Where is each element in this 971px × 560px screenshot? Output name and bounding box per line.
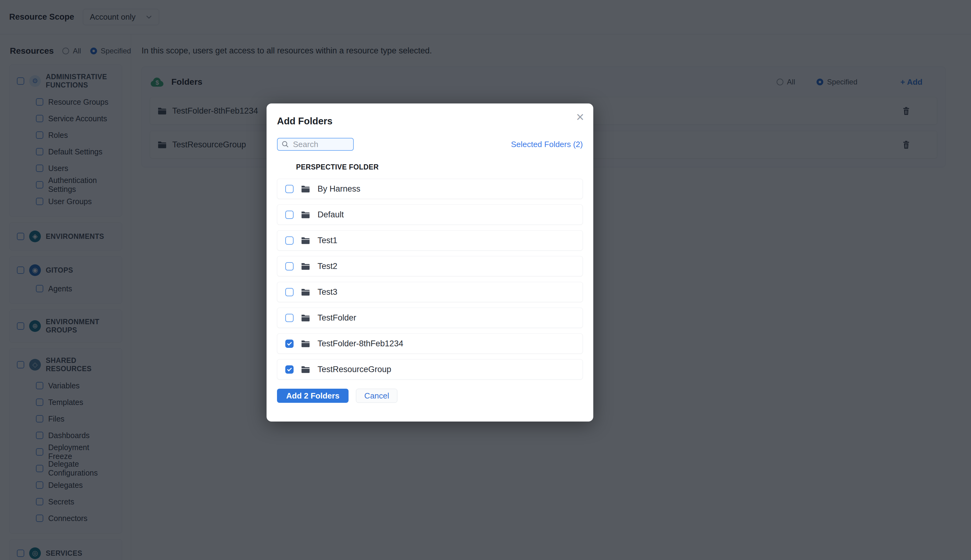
search-input[interactable] — [293, 140, 348, 149]
modal-folder-checkbox[interactable] — [285, 365, 294, 373]
modal-folder-label: Test2 — [317, 262, 337, 271]
close-icon[interactable]: × — [576, 110, 584, 124]
modal-folder-checkbox[interactable] — [285, 262, 294, 270]
modal-folder-label: Default — [317, 210, 344, 220]
folder-icon — [301, 314, 310, 322]
modal-folder-row[interactable]: By Harness — [277, 179, 583, 199]
modal-folder-row[interactable]: Test2 — [277, 256, 583, 276]
modal-folder-row[interactable]: Test1 — [277, 230, 583, 250]
add-folders-button[interactable]: Add 2 Folders — [277, 389, 349, 403]
modal-folder-row[interactable]: TestFolder — [277, 308, 583, 328]
modal-folder-label: Test1 — [317, 236, 337, 245]
page: Resource Scope Account only Resources Al… — [0, 0, 971, 560]
selected-folders-link[interactable]: Selected Folders (2) — [511, 140, 583, 149]
modal-folder-checkbox[interactable] — [285, 211, 294, 219]
folder-icon — [301, 237, 310, 244]
folder-icon — [301, 211, 310, 218]
modal-folder-row[interactable]: TestFolder-8thFeb1234 — [277, 333, 583, 354]
modal-folder-checkbox[interactable] — [285, 340, 294, 348]
add-folders-modal: × Add Folders Selected Folders (2) PERSP… — [267, 103, 593, 422]
column-header-perspective-folder: PERSPECTIVE FOLDER — [296, 163, 583, 171]
folder-icon — [301, 185, 310, 193]
modal-folder-label: By Harness — [317, 184, 360, 194]
modal-folder-label: Test3 — [317, 287, 337, 297]
modal-folder-label: TestFolder-8thFeb1234 — [317, 339, 403, 348]
folder-icon — [301, 262, 310, 270]
cancel-button[interactable]: Cancel — [356, 389, 397, 403]
modal-folder-row[interactable]: Default — [277, 205, 583, 225]
modal-folder-row[interactable]: Test3 — [277, 282, 583, 302]
search-box[interactable] — [277, 138, 354, 151]
folder-icon — [301, 288, 310, 296]
modal-folder-row[interactable]: TestResourceGroup — [277, 359, 583, 380]
modal-title: Add Folders — [277, 116, 583, 127]
modal-folder-checkbox[interactable] — [285, 185, 294, 193]
modal-folder-label: TestFolder — [317, 313, 356, 323]
modal-folder-checkbox[interactable] — [285, 288, 294, 296]
modal-folder-checkbox[interactable] — [285, 314, 294, 322]
folder-icon — [301, 340, 310, 348]
modal-folder-checkbox[interactable] — [285, 237, 294, 245]
folder-icon — [301, 366, 310, 373]
modal-folder-label: TestResourceGroup — [317, 365, 391, 374]
search-icon — [281, 140, 289, 148]
